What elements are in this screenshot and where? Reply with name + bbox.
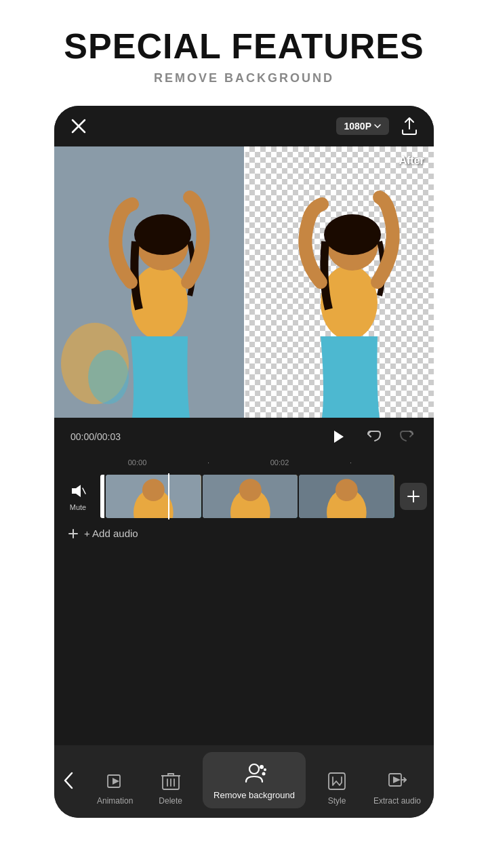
svg-point-11 bbox=[324, 214, 381, 255]
timeline-area: 00:00 · 00:02 · Mute bbox=[54, 456, 434, 550]
page-subtitle: REMOVE BACKGROUND bbox=[64, 71, 424, 85]
before-half: Before bbox=[54, 146, 244, 418]
timeline-ruler: 00:00 · 00:02 · bbox=[54, 456, 434, 469]
preview-area: Before bbox=[54, 146, 434, 418]
add-clip-button[interactable] bbox=[400, 483, 427, 510]
undo-button[interactable] bbox=[363, 427, 384, 447]
time-mark-2: 00:02 bbox=[244, 458, 315, 467]
toolbar-item-style[interactable]: Style bbox=[321, 768, 353, 808]
bottom-toolbar: Animation Delete bbox=[54, 745, 434, 818]
remove-background-label: Remove background bbox=[214, 790, 295, 800]
animation-label: Animation bbox=[97, 796, 133, 806]
style-label: Style bbox=[328, 796, 346, 806]
svg-marker-12 bbox=[334, 431, 344, 443]
svg-point-17 bbox=[142, 479, 165, 501]
svg-point-23 bbox=[336, 479, 358, 501]
svg-marker-40 bbox=[393, 776, 401, 783]
mute-icon bbox=[68, 481, 87, 500]
page-title: SPECIAL FEATURES bbox=[64, 27, 424, 66]
svg-line-14 bbox=[83, 488, 85, 494]
toolbar-item-remove-background[interactable]: Remove background bbox=[203, 752, 306, 808]
toolbar-item-delete[interactable]: Delete bbox=[153, 768, 188, 808]
svg-point-34 bbox=[249, 764, 259, 774]
time-mark-dot: · bbox=[173, 458, 244, 467]
mute-label: Mute bbox=[70, 503, 86, 511]
add-audio-button[interactable]: + Add audio bbox=[54, 524, 434, 546]
top-bar: 1080P bbox=[54, 106, 434, 146]
extract-audio-icon bbox=[386, 770, 408, 792]
svg-point-35 bbox=[260, 765, 264, 769]
delete-label: Delete bbox=[159, 796, 182, 806]
time-mark-0: 00:00 bbox=[102, 458, 173, 467]
clip-thumb-3[interactable] bbox=[299, 475, 394, 518]
phone-frame: 1080P Before bbox=[54, 106, 434, 818]
svg-point-20 bbox=[239, 479, 262, 501]
svg-marker-13 bbox=[72, 485, 81, 497]
add-audio-label: + Add audio bbox=[84, 528, 138, 539]
export-button[interactable] bbox=[399, 115, 420, 137]
clip-thumb-1[interactable] bbox=[106, 475, 201, 518]
clip-handle-left[interactable] bbox=[100, 475, 104, 518]
svg-marker-29 bbox=[113, 778, 119, 785]
play-button[interactable] bbox=[325, 425, 350, 449]
controls-bar: 00:00/00:03 bbox=[54, 418, 434, 456]
top-bar-right: 1080P bbox=[336, 115, 420, 137]
svg-point-37 bbox=[262, 772, 266, 776]
delete-icon bbox=[160, 770, 182, 792]
close-button[interactable] bbox=[68, 115, 89, 137]
playhead bbox=[168, 473, 169, 519]
clip-thumb-2[interactable] bbox=[203, 475, 298, 518]
svg-point-36 bbox=[264, 768, 266, 771]
time-display: 00:00/00:03 bbox=[70, 431, 121, 442]
animation-icon bbox=[104, 770, 126, 792]
remove-background-icon bbox=[241, 760, 267, 786]
toolbar-item-animation[interactable]: Animation bbox=[92, 768, 138, 808]
toolbar-back-button[interactable] bbox=[54, 766, 84, 795]
style-icon bbox=[326, 770, 348, 792]
mute-button[interactable]: Mute bbox=[61, 481, 95, 511]
svg-point-5 bbox=[88, 350, 129, 404]
extract-audio-label: Extract audio bbox=[373, 796, 421, 806]
toolbar-item-extract-audio[interactable]: Extract audio bbox=[368, 768, 426, 808]
timeline-row: Mute bbox=[54, 469, 434, 524]
before-after-divider bbox=[244, 146, 245, 418]
clip-strip[interactable] bbox=[100, 473, 394, 519]
resolution-selector[interactable]: 1080P bbox=[336, 117, 389, 135]
toolbar-items: Animation Delete bbox=[84, 752, 434, 808]
time-mark-dot2: · bbox=[315, 458, 386, 467]
svg-point-8 bbox=[134, 214, 191, 255]
after-half: After bbox=[244, 146, 434, 418]
playback-controls bbox=[325, 425, 418, 449]
redo-button[interactable] bbox=[397, 427, 418, 447]
